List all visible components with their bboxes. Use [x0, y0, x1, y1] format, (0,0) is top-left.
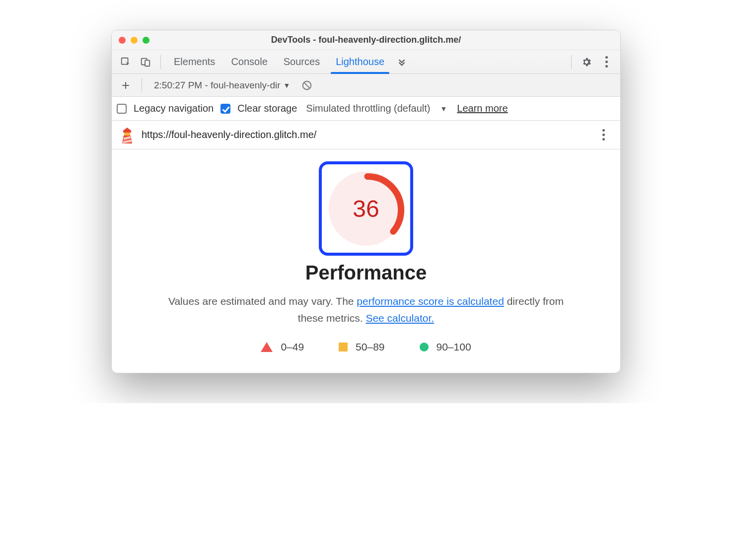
score-calculation-link[interactable]: performance score is calculated — [357, 295, 504, 307]
new-report-icon[interactable] — [117, 76, 135, 94]
performance-title: Performance — [124, 262, 608, 284]
kebab-menu-icon[interactable] — [597, 53, 615, 71]
legend-low: 0–49 — [261, 341, 304, 353]
report-content: 36 Performance Values are estimated and … — [112, 149, 620, 373]
report-url-bar: https://foul-heavenly-direction.glitch.m… — [112, 121, 620, 149]
lighthouse-icon — [120, 127, 135, 143]
clear-storage-checkbox[interactable] — [220, 104, 230, 114]
lighthouse-settings-bar: Legacy navigation Clear storage Simulate… — [112, 97, 620, 121]
clear-report-icon[interactable] — [298, 76, 316, 94]
desc-text: Values are estimated and may vary. The — [168, 295, 357, 307]
square-icon — [339, 343, 348, 351]
chevron-down-icon[interactable]: ▼ — [440, 105, 447, 113]
minimize-window-icon[interactable] — [131, 37, 138, 44]
lighthouse-report-bar: 2:50:27 PM - foul-heavenly-dir ▼ — [112, 74, 620, 97]
gear-icon[interactable] — [578, 53, 595, 71]
titlebar: DevTools - foul-heavenly-direction.glitc… — [112, 30, 620, 50]
tab-console[interactable]: Console — [224, 50, 274, 74]
performance-score: 36 — [353, 195, 379, 222]
legacy-navigation-label: Legacy navigation — [134, 103, 214, 114]
performance-gauge[interactable]: 36 — [319, 161, 413, 256]
chevron-down-icon: ▼ — [284, 81, 291, 89]
svg-rect-4 — [124, 133, 130, 136]
divider — [571, 55, 572, 69]
triangle-icon — [261, 342, 273, 352]
legend-high-label: 90–100 — [437, 341, 471, 353]
score-legend: 0–49 50–89 90–100 — [124, 341, 608, 353]
circle-icon — [420, 343, 429, 351]
devtools-window: DevTools - foul-heavenly-direction.glitc… — [111, 30, 621, 373]
clear-storage-label: Clear storage — [237, 103, 297, 114]
throttling-label: Simulated throttling (default) — [306, 103, 430, 114]
report-selector-label: 2:50:27 PM - foul-heavenly-dir — [154, 80, 281, 91]
inspect-element-icon[interactable] — [117, 53, 135, 71]
traffic-lights — [112, 37, 149, 44]
learn-more-link[interactable]: Learn more — [457, 103, 508, 114]
performance-description: Values are estimated and may vary. The p… — [167, 293, 565, 326]
report-menu-icon[interactable] — [594, 126, 612, 144]
svg-rect-2 — [145, 60, 149, 66]
tab-lighthouse[interactable]: Lighthouse — [329, 50, 391, 74]
legend-high: 90–100 — [420, 341, 471, 353]
maximize-window-icon[interactable] — [143, 37, 149, 44]
window-title: DevTools - foul-heavenly-direction.glitc… — [112, 35, 620, 45]
devtools-tabbar: Elements Console Sources Lighthouse — [112, 50, 620, 74]
report-selector[interactable]: 2:50:27 PM - foul-heavenly-dir ▼ — [149, 78, 295, 93]
more-tabs-icon[interactable] — [393, 53, 411, 71]
close-window-icon[interactable] — [119, 37, 126, 44]
calculator-link[interactable]: See calculator. — [366, 312, 434, 324]
legend-low-label: 0–49 — [281, 341, 304, 353]
report-url: https://foul-heavenly-direction.glitch.m… — [142, 129, 587, 140]
tab-sources[interactable]: Sources — [277, 50, 327, 74]
divider — [142, 78, 142, 92]
tab-elements[interactable]: Elements — [167, 50, 222, 74]
legend-mid-label: 50–89 — [356, 341, 384, 353]
divider — [160, 55, 161, 69]
legacy-navigation-checkbox[interactable] — [117, 104, 127, 114]
legend-mid: 50–89 — [339, 341, 384, 353]
device-toggle-icon[interactable] — [137, 53, 154, 71]
